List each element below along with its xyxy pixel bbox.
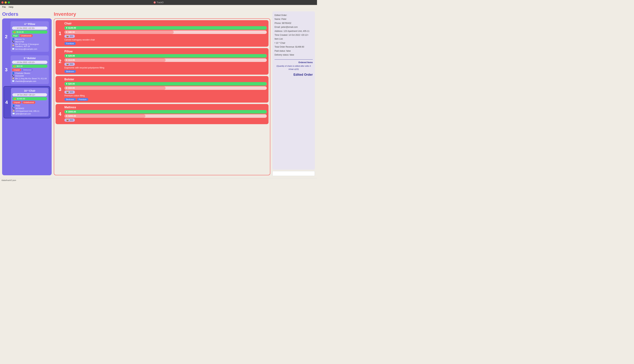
order-address-3: 🏠 Blk 11 Ang Mo Kio Street 74, #11-04: [12, 77, 48, 80]
menu-file[interactable]: File: [2, 6, 6, 8]
inv-number-2: 2: [57, 50, 62, 73]
order-badges-3: Unpaid Delivered: [12, 68, 48, 71]
inv-desc-2: Ergonomic with recycled polystyrene fill…: [64, 66, 267, 69]
order-email-3: ✉️ charlotte@example.com: [12, 80, 48, 82]
inv-card-1[interactable]: 1 Chair ⬆$149.99 ⬇$80.50: [56, 20, 268, 47]
inv-card-3[interactable]: 3 Bolster ⬆$20.00 ⬇$10.00: [56, 76, 268, 102]
inv-tag-furniture: Furniture: [64, 42, 76, 45]
inv-name-3: Bolster: [64, 78, 267, 81]
badge-paid-4: Unpaid: [12, 101, 22, 104]
order-title-4: 10 * Chair: [12, 89, 47, 92]
inventory-title: Inventory: [54, 11, 270, 17]
edited-order-title-label: Edited Order: [274, 72, 313, 78]
inv-number-4: 4: [57, 106, 62, 122]
inv-tags-1: Furniture: [64, 42, 267, 45]
money-icon: 💰: [14, 31, 16, 33]
status-path: /data/trackO.json: [2, 179, 16, 181]
inv-card-4[interactable]: 4 Mattress ⬆$500.00 ⬇$200.00: [56, 104, 268, 124]
order-card-4[interactable]: 4 10 * Chair 🕐 14 Oct 2022 <20:12> 💰 $14…: [4, 86, 50, 118]
inv-tag-premium-3: Premium: [77, 98, 88, 101]
titlebar: 🎯 TrackO: [0, 0, 317, 5]
phone-icon: 📞: [12, 40, 14, 43]
person-icon: 👤: [12, 38, 14, 40]
edited-order-item-list-label: Item List:: [274, 37, 313, 41]
edited-order-section-title: Edited Order:: [274, 14, 313, 17]
order-address-2: 🏠 Blk 30 Lorong 3 Serangoon Gardens, #07…: [12, 43, 48, 48]
right-panel: Edited Order: Name: Peter Phone: 9876543…: [272, 11, 315, 176]
order-title-2: 4 * Pillow: [12, 23, 48, 26]
order-name-3: 👤 Charlotte Oliveiro: [12, 72, 48, 74]
email-icon: ✉️: [12, 48, 14, 50]
menu-help[interactable]: Help: [9, 6, 14, 8]
money-icon-4: 💰: [14, 98, 16, 100]
badge-delivery-3: Delivered: [22, 68, 33, 71]
phone-icon-3: 📞: [12, 75, 14, 77]
inv-qty-3: 📦300: [64, 90, 75, 94]
order-number-3: 3: [5, 67, 8, 72]
order-content-3: 3 * Bolster 🕐 13 Oct 2022 <13:12> 💰 $60.…: [10, 55, 49, 84]
home-icon: 🏠: [12, 44, 14, 46]
badge-paid-2: Paid: [12, 34, 19, 37]
orders-panel: Orders 2 4 * Pillow 🕐 12 Oct 2022 <12:15…: [2, 11, 52, 176]
order-address-4: 🏠 123 Apartment Unit, #05-11: [12, 110, 47, 112]
order-title-3: 3 * Bolster: [12, 57, 48, 60]
inv-content-1: Chair ⬆$149.99 ⬇$80.50: [64, 22, 267, 45]
person-icon-4: 👤: [12, 104, 15, 107]
orders-list: 2 4 * Pillow 🕐 12 Oct 2022 <12:15> 💰 $11…: [2, 18, 52, 175]
edited-order-paid: Paid status: false: [274, 49, 313, 53]
inventory-list: 1 Chair ⬆$149.99 ⬇$80.50: [54, 18, 270, 175]
order-name-4: 👤 Peter: [12, 104, 47, 107]
order-datetime-2: 🕐 12 Oct 2022 <12:15>: [12, 26, 48, 30]
minimize-button[interactable]: [4, 2, 7, 4]
inv-tags-3: Bedroom Premium: [64, 98, 267, 101]
inv-cost-bar-1: ⬇$80.50: [64, 30, 267, 34]
inv-qty-4: 📦300: [64, 118, 75, 122]
inv-sell-bar-1: ⬆$149.99: [64, 26, 267, 30]
edited-order-time: Time Created: 14 Oct 2022 <20:12>: [274, 33, 313, 37]
edited-order-revenue: Total Order Revenue: $1499.90: [274, 45, 313, 49]
annotation-label: Ordered Items: [274, 61, 313, 64]
inv-cost-bar-3: ⬇$10.00: [64, 86, 267, 90]
order-number-2: 2: [5, 34, 8, 39]
inventory-panel: Inventory 1 Chair ⬆$149.99: [54, 11, 270, 176]
order-badges-2: Paid Undelivered: [12, 34, 48, 37]
order-card-3[interactable]: 3 3 * Bolster 🕐 13 Oct 2022 <13:12> 💰 $6…: [4, 54, 50, 86]
inv-tag-bedroom-3: Bedroom: [64, 98, 76, 101]
order-phone-4: 📞 98765432: [12, 107, 47, 110]
order-card-2[interactable]: 2 4 * Pillow 🕐 12 Oct 2022 <12:15> 💰 $11…: [4, 20, 50, 53]
clock-icon: 🕐: [14, 27, 16, 29]
maximize-button[interactable]: [8, 2, 10, 4]
badge-paid-3: Unpaid: [12, 68, 21, 71]
inv-sell-bar-3: ⬆$20.00: [64, 82, 267, 86]
clock-icon-4: 🕐: [14, 94, 16, 96]
order-price-2: 💰 $119.96: [12, 30, 48, 34]
inv-content-3: Bolster ⬆$20.00 ⬇$10.00: [64, 78, 267, 101]
inv-qty-1: 📦300: [64, 35, 75, 38]
order-name-2: 👤 Bernice Yu: [12, 38, 48, 40]
home-icon-3: 🏠: [12, 77, 14, 80]
inv-number-1: 1: [57, 22, 62, 45]
command-input[interactable]: [272, 171, 315, 176]
phone-icon-4: 📞: [12, 107, 15, 110]
order-email-4: ✉️ peter@email.com: [12, 112, 47, 115]
menubar: File Help: [0, 5, 317, 9]
close-button[interactable]: [2, 2, 4, 4]
inv-content-2: Pillow ⬆$29.99 ⬇$14.99: [64, 50, 267, 73]
edited-order-delivery: Delivery status: false: [274, 53, 313, 56]
window-title: 🎯 TrackO: [153, 1, 164, 4]
order-badges-4: Unpaid Undelivered: [12, 101, 47, 104]
inv-cost-bar-4: ⬇$200.00: [64, 114, 267, 118]
edited-order-phone: Phone: 98765432: [274, 22, 313, 25]
badge-delivery-4: Undelivered: [22, 101, 36, 104]
edited-order-item-list-value: • 10 * Chair: [274, 41, 313, 45]
annotation-divider: Ordered Items (Quantity of chairs is edi…: [274, 60, 313, 77]
home-icon-4: 🏠: [12, 110, 15, 112]
inv-tag-bedroom-2: Bedroom: [64, 70, 76, 73]
inv-name-2: Pillow: [64, 50, 267, 53]
inv-desc-3: Premium cotton filling: [64, 94, 267, 97]
order-price-3: 💰 $60.00: [12, 64, 48, 68]
inv-card-2[interactable]: 2 Pillow ⬆$29.99 ⬇$14.99: [56, 48, 268, 75]
orders-title: Orders: [2, 11, 52, 17]
edited-order-email: Email: peter@email.com: [274, 25, 313, 29]
annotation-sub: (Quantity of chairs is edited after edit…: [274, 64, 313, 71]
